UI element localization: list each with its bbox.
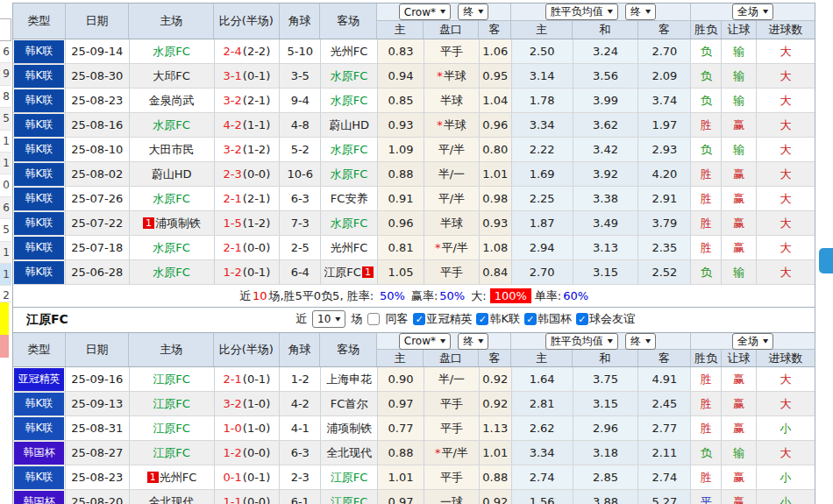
handicap-home-odds-cell: 0.97 xyxy=(378,392,424,416)
result-handicap-cell: 赢 xyxy=(722,211,757,236)
result-wdl-cell: 胜 xyxy=(691,236,722,260)
league-filter-item: ✓球会友谊 xyxy=(576,311,635,327)
result-wdl-cell: 负 xyxy=(691,260,722,285)
date-cell: 25-07-18 xyxy=(66,236,130,260)
handicap-line-cell: 平/半 xyxy=(424,187,480,211)
result-goals-cell: 小 xyxy=(757,416,815,441)
mean-away-odds-cell: 2.77 xyxy=(638,416,691,441)
handicap-away-odds-cell: 0.95 xyxy=(480,64,512,89)
league-badge-cell: 韩K联 xyxy=(13,392,66,416)
slide-panel-button[interactable] xyxy=(819,248,833,273)
corner-cell: 4-8 xyxy=(280,113,321,138)
handicap-line-cell: 半球 xyxy=(424,211,480,236)
avg-time-select[interactable]: 终▼ xyxy=(625,4,656,20)
result-handicap-cell: 赢 xyxy=(722,392,757,416)
match-row: 韩K联25-08-16水原FC4-2(1-1)4-8蔚山HD0.93*半球0.9… xyxy=(13,113,815,138)
clipped-odds-digit: 1 xyxy=(0,242,11,264)
handicap-home-odds-cell: 1.09 xyxy=(378,138,424,162)
league-filter-checkbox[interactable]: ✓ xyxy=(476,313,488,325)
match-row: 韩K联25-07-26水原FC2-1(2-1)6-3FC安养0.91平/半0.9… xyxy=(13,187,815,211)
match-row: 韩K联25-08-23金泉尚武3-2(2-1)9-4水原FC0.85半球1.04… xyxy=(13,89,815,113)
result-goals-cell: 大 xyxy=(757,236,815,260)
col-result-wdl: 胜负 xyxy=(691,21,722,39)
handicap-away-odds-cell: 0.92 xyxy=(480,392,512,416)
chevron-down-icon: ▼ xyxy=(645,337,651,344)
date-cell: 25-08-10 xyxy=(66,138,130,162)
mean-away-odds-cell: 2.93 xyxy=(638,138,691,162)
mean-away-odds-cell: 2.74 xyxy=(638,465,691,490)
result-goals-cell: 大 xyxy=(757,162,815,187)
handicap-home-odds-cell: 0.97 xyxy=(378,490,424,504)
score-cell: 3-2(1-2) xyxy=(215,138,281,162)
home-team-cell: 水原FC xyxy=(130,260,215,285)
clipped-odds-digit: 5 xyxy=(0,219,11,241)
mean-away-odds-cell: 2.91 xyxy=(638,187,691,211)
mean-draw-odds-cell: 3.92 xyxy=(573,162,639,187)
league-filter-checkbox[interactable]: ✓ xyxy=(576,313,588,325)
away-team-cell: 水原FC xyxy=(321,138,378,162)
clipped-odds-digit: 6 xyxy=(0,197,11,219)
league-badge-cell: 韩K联 xyxy=(13,64,66,89)
avg-odds-select[interactable]: 胜平负均值▼ xyxy=(545,4,618,20)
away-team-cell: 水原FC xyxy=(321,162,378,187)
handicap-away-odds-cell: 1.01 xyxy=(480,162,512,187)
handicap-away-odds-cell: 0.92 xyxy=(480,367,512,392)
corner-cell: 6-3 xyxy=(280,187,321,211)
league-badge-cell: 韩国杯 xyxy=(13,490,66,504)
same-away-checkbox[interactable] xyxy=(367,313,380,325)
mean-home-odds-cell: 2.70 xyxy=(512,260,573,285)
odds-time-select[interactable]: 终▼ xyxy=(458,333,488,350)
mean-away-odds-cell: 2.70 xyxy=(638,39,691,64)
col-handicap-away: 客 xyxy=(479,21,511,39)
avg-time-select[interactable]: 终▼ xyxy=(625,333,656,350)
col-mean-away: 客 xyxy=(638,350,691,366)
date-cell: 25-08-02 xyxy=(66,162,130,187)
avg-odds-select[interactable]: 胜平负均值▼ xyxy=(545,333,618,350)
bookmaker-select[interactable]: Crow*▼ xyxy=(399,333,451,350)
handicap-away-odds-cell: 0.93 xyxy=(480,211,512,236)
away-team-cell: 全北现代 xyxy=(321,441,378,465)
table1-rows: 韩K联25-09-14水原FC2-4(2-2)5-10光州FC0.83平手1.0… xyxy=(13,39,815,285)
col-result-goals: 进球数 xyxy=(757,350,815,366)
away-team-section-bar: 江原FC 近 10▼ 场 同客 ✓亚冠精英✓韩K联✓韩国杯✓球会友谊 xyxy=(12,308,815,332)
home-team-cell: 水原FC xyxy=(130,187,215,211)
home-team-cell: 大邱FC xyxy=(130,64,215,89)
handicap-home-odds-cell: 0.77 xyxy=(378,416,424,441)
col-home: 主场 xyxy=(129,4,214,39)
scope-select[interactable]: 全场▼ xyxy=(732,333,773,350)
mean-away-odds-cell: 2.09 xyxy=(638,64,691,89)
match-row: 韩K联25-08-02蔚山HD2-3(0-0)10-6水原FC0.88半/一1.… xyxy=(13,162,815,187)
home-team-cell: 江原FC xyxy=(130,416,215,441)
result-goals-cell: 大 xyxy=(757,89,815,113)
handicap-home-odds-cell: 1.05 xyxy=(378,260,424,285)
league-filter-checkbox[interactable]: ✓ xyxy=(524,313,537,325)
league-badge-cell: 韩K联 xyxy=(13,211,66,236)
corner-cell: 2-5 xyxy=(280,236,321,260)
table2-header: 类型 日期 主场 比分(半场) 角球 客场 Crow*▼ 终▼ 主 盘口 客 胜… xyxy=(13,332,815,367)
chevron-down-icon: ▼ xyxy=(478,337,483,344)
bookmaker-select[interactable]: Crow*▼ xyxy=(399,4,451,20)
date-cell: 25-08-27 xyxy=(66,441,130,465)
score-cell: 2-4(2-2) xyxy=(215,39,281,64)
mean-home-odds-cell: 3.34 xyxy=(512,441,573,465)
corner-cell: 5-2 xyxy=(280,138,321,162)
league-badge-cell: 韩K联 xyxy=(13,236,66,260)
mean-draw-odds-cell: 3.88 xyxy=(573,490,639,504)
handicap-line-cell: 平手 xyxy=(424,416,480,441)
league-filter-group: ✓亚冠精英✓韩K联✓韩国杯✓球会友谊 xyxy=(413,311,635,327)
corner-cell: 9-4 xyxy=(280,89,321,113)
league-filter-checkbox[interactable]: ✓ xyxy=(413,313,425,325)
near-count-select[interactable]: 10▼ xyxy=(312,310,345,328)
mean-home-odds-cell: 1.87 xyxy=(512,211,573,236)
odds-time-select[interactable]: 终▼ xyxy=(458,4,488,20)
scope-select[interactable]: 全场▼ xyxy=(732,4,773,20)
yellow-legend-swatch xyxy=(0,302,9,335)
handicap-line-cell: 平/半 xyxy=(424,138,480,162)
handicap-away-odds-cell: 0.98 xyxy=(480,187,512,211)
handicap-line-cell: 平手 xyxy=(424,465,480,490)
mean-draw-odds-cell: 3.56 xyxy=(573,64,639,89)
col-corner: 角球 xyxy=(280,333,321,366)
col-handicap-line: 盘口 xyxy=(424,21,479,39)
result-wdl-cell: 负 xyxy=(691,89,722,113)
chevron-down-icon: ▼ xyxy=(608,337,613,344)
